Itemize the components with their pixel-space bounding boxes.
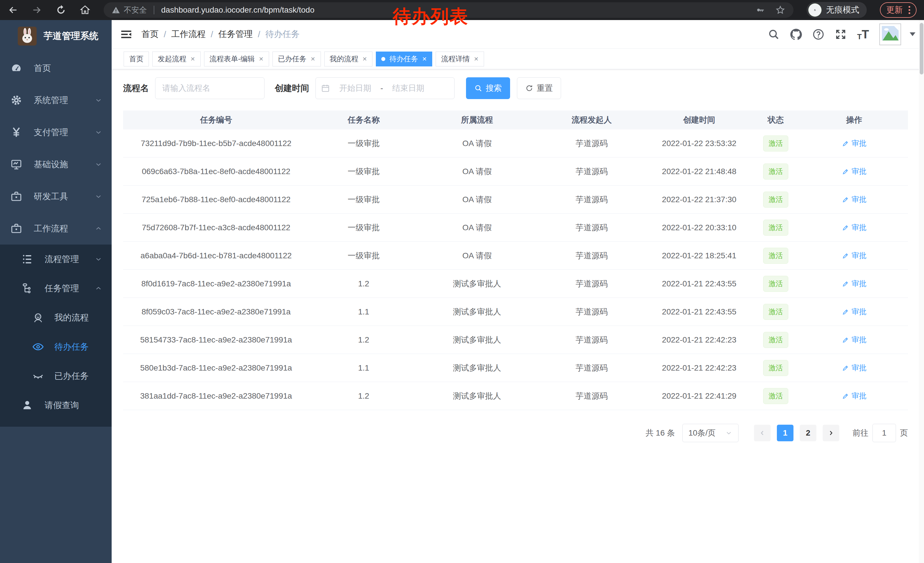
briefcase-icon (10, 191, 22, 203)
close-icon[interactable]: ✕ (310, 56, 315, 62)
forward-icon[interactable] (32, 5, 42, 15)
sidebar-item-todo-task[interactable]: 待办任务 (0, 332, 112, 362)
sidebar: 芋道管理系统 首页 系统管理 支付管理 基础设施 研发工具 (0, 20, 112, 563)
incognito-icon (808, 3, 822, 17)
github-icon[interactable] (790, 29, 802, 41)
close-icon[interactable]: ✕ (474, 56, 478, 62)
page-2-button[interactable]: 2 (800, 425, 816, 441)
sidebar-logo[interactable]: 芋道管理系统 (0, 20, 112, 52)
page-size-select[interactable]: 10条/页 (682, 424, 738, 442)
reset-button[interactable]: 重置 (517, 77, 561, 99)
sidebar-item-done-task[interactable]: 已办任务 (0, 362, 112, 390)
tab-home[interactable]: 首页 (124, 51, 149, 66)
breadcrumb-home[interactable]: 首页 (141, 29, 159, 40)
update-button[interactable]: 更新 (880, 2, 916, 18)
page-content: 流程名 创建时间 - 搜索 重置 (112, 69, 924, 563)
close-icon[interactable]: ✕ (362, 56, 367, 62)
prev-page-button[interactable] (754, 425, 771, 441)
tab-todo-task[interactable]: 待办任务✕ (376, 51, 432, 66)
calendar-icon (321, 84, 330, 93)
status-cell: 激活 (751, 298, 801, 326)
status-badge: 激活 (763, 304, 788, 320)
home-icon[interactable] (80, 5, 90, 15)
page-1-button[interactable]: 1 (777, 425, 794, 441)
sidebar-toggle-icon[interactable] (120, 29, 132, 41)
sidebar-item-home[interactable]: 首页 (0, 52, 112, 84)
next-page-button[interactable] (823, 425, 839, 441)
approve-link[interactable]: 审批 (842, 391, 867, 401)
bookmark-star-icon[interactable] (775, 5, 786, 15)
eye-closed-icon (32, 370, 44, 382)
column-header: 状态 (751, 111, 801, 129)
sidebar-item-workflow[interactable]: 工作流程 (0, 213, 112, 245)
tab-process-detail[interactable]: 流程详情✕ (436, 51, 484, 66)
scrollbar-track[interactable] (919, 20, 924, 563)
date-range-picker[interactable]: - (315, 77, 454, 99)
edit-pen-icon (842, 280, 849, 288)
refresh-icon[interactable] (56, 5, 66, 15)
browser-menu-icon[interactable] (909, 6, 910, 14)
table-row: 580e1b3d-7ac8-11ec-a9e2-a2380e71991a 1.1… (123, 354, 908, 382)
edit-pen-icon (842, 196, 849, 203)
end-date-input[interactable] (385, 84, 431, 93)
task-name-cell: 1.2 (309, 326, 418, 354)
start-date-input[interactable] (332, 84, 378, 93)
status-badge: 激活 (763, 360, 788, 376)
refresh-icon (525, 84, 533, 92)
sidebar-item-my-process[interactable]: 我的流程 (0, 303, 112, 332)
search-button[interactable]: 搜索 (466, 77, 510, 99)
approve-link[interactable]: 审批 (842, 167, 867, 176)
font-size-icon[interactable]: TT (857, 29, 869, 41)
tab-my-process[interactable]: 我的流程✕ (324, 51, 373, 66)
avatar[interactable] (879, 24, 901, 45)
action-cell: 审批 (800, 158, 908, 185)
close-icon[interactable]: ✕ (259, 56, 264, 62)
approve-link[interactable]: 审批 (842, 222, 867, 233)
approve-link[interactable]: 审批 (842, 194, 867, 204)
initiator-cell: 芋道源码 (536, 186, 647, 213)
breadcrumb-workflow[interactable]: 工作流程 (171, 29, 206, 40)
approve-link[interactable]: 审批 (842, 138, 867, 148)
breadcrumb-task-mgmt[interactable]: 任务管理 (218, 29, 253, 40)
sidebar-item-leave-query[interactable]: 请假查询 (0, 390, 112, 420)
sidebar-item-process-mgmt[interactable]: 流程管理 (0, 245, 112, 274)
create-time-cell: 2022-01-22 20:33:10 (648, 214, 751, 242)
edit-pen-icon (842, 364, 849, 372)
action-cell: 审批 (800, 186, 908, 213)
approve-link[interactable]: 审批 (842, 279, 867, 289)
back-icon[interactable] (8, 5, 18, 15)
edit-pen-icon (842, 252, 849, 260)
sidebar-item-payment[interactable]: 支付管理 (0, 116, 112, 148)
tab-done-task[interactable]: 已办任务✕ (273, 51, 321, 66)
goto-page-input[interactable] (873, 424, 896, 442)
initiator-cell: 芋道源码 (536, 214, 647, 242)
approve-link[interactable]: 审批 (842, 251, 867, 261)
search-icon[interactable] (768, 29, 780, 41)
chevron-down-icon (725, 429, 732, 437)
avatar-caret-icon[interactable] (910, 32, 915, 36)
scrollbar-thumb[interactable] (920, 23, 923, 75)
sidebar-item-task-mgmt[interactable]: 任务管理 (0, 274, 112, 303)
sidebar-item-devtools[interactable]: 研发工具 (0, 180, 112, 213)
help-icon[interactable] (812, 29, 824, 41)
close-icon[interactable]: ✕ (190, 56, 195, 62)
approve-link[interactable]: 审批 (842, 307, 867, 317)
sidebar-item-system[interactable]: 系统管理 (0, 84, 112, 116)
process-cell: OA 请假 (418, 129, 536, 157)
process-name-input[interactable] (155, 77, 264, 99)
tab-form-edit[interactable]: 流程表单-编辑✕ (204, 51, 269, 66)
goto-unit: 页 (900, 428, 908, 438)
status-cell: 激活 (751, 242, 801, 269)
status-badge: 激活 (763, 248, 788, 264)
close-icon[interactable]: ✕ (422, 56, 427, 62)
fullscreen-icon[interactable] (835, 29, 847, 41)
security-chip[interactable]: 不安全 (112, 5, 147, 15)
sidebar-item-infra[interactable]: 基础设施 (0, 148, 112, 180)
process-cell: OA 请假 (418, 242, 536, 269)
tab-start-process[interactable]: 发起流程✕ (152, 51, 201, 66)
approve-link[interactable]: 审批 (842, 335, 867, 345)
table-row: 58154733-7ac8-11ec-a9e2-a2380e71991a 1.2… (123, 326, 908, 354)
edit-pen-icon (842, 224, 849, 231)
key-icon[interactable] (756, 5, 765, 15)
approve-link[interactable]: 审批 (842, 363, 867, 373)
